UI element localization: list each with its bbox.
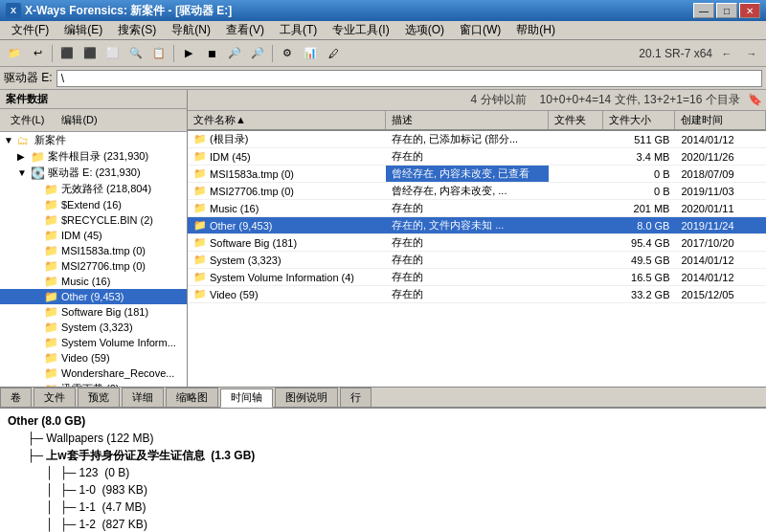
- menu-item-E[interactable]: 编辑(E): [56, 20, 110, 40]
- tree-item-label: Music (16): [61, 276, 110, 287]
- folder-icon: 📁: [44, 351, 59, 365]
- tree-item-label: Wondershare_Recove...: [61, 367, 174, 379]
- file-icon: 📁: [193, 219, 207, 232]
- file-row[interactable]: 📁System Volume Information (4)存在的16.5 GB…: [188, 269, 766, 286]
- tree-item[interactable]: ▶📁案件根目录 (231,930): [0, 148, 187, 165]
- file-cell-attrs: [549, 242, 603, 244]
- tree-expander-icon[interactable]: ▼: [17, 167, 31, 178]
- tree-item[interactable]: 📁System (3,323): [0, 320, 187, 335]
- toolbar-btn-6[interactable]: ▶: [178, 43, 199, 64]
- file-cell-name: 📁System (3,323): [188, 253, 386, 267]
- menu-item-S[interactable]: 搜索(S): [110, 20, 164, 40]
- file-cell-name: 📁Other (9,453): [188, 218, 386, 233]
- toolbar-btn-11[interactable]: 📊: [300, 43, 321, 64]
- toolbar-btn-2[interactable]: ⬛: [79, 43, 101, 64]
- address-input[interactable]: [56, 70, 762, 87]
- toolbar-btn-10[interactable]: ⚙: [277, 43, 298, 64]
- menu-item-H[interactable]: 帮助(H): [508, 20, 563, 40]
- tab-卷[interactable]: 卷: [0, 388, 32, 407]
- close-button[interactable]: ✕: [739, 3, 760, 18]
- menu-item-W[interactable]: 窗口(W): [452, 20, 508, 40]
- file-row[interactable]: 📁MSI27706.tmp (0)曾经存在, 内容未改变, ...0 B2019…: [188, 183, 766, 200]
- file-row[interactable]: 📁MSI1583a.tmp (0)曾经存在, 内容未改变, 已查看0 B2018…: [188, 166, 766, 183]
- menu-bar: 文件(F)编辑(E)搜索(S)导航(N)查看(V)工具(T)专业工具(I)选项(…: [0, 21, 766, 40]
- tree-item[interactable]: ▼🗂新案件: [0, 132, 187, 148]
- tree-item[interactable]: 📁Music (16): [0, 274, 187, 289]
- tree-item[interactable]: 📁Video (59): [0, 350, 187, 366]
- toolbar-btn-9[interactable]: 🔎: [247, 43, 268, 64]
- menu-item-N[interactable]: 导航(N): [164, 20, 218, 40]
- tree-item[interactable]: 📁MSI1583a.tmp (0): [0, 243, 187, 258]
- menu-item-F[interactable]: 文件(F): [4, 20, 56, 40]
- tree-item[interactable]: 📁$Extend (16): [0, 197, 187, 212]
- toolbar-btn-7[interactable]: ⏹: [201, 43, 222, 64]
- file-row[interactable]: 📁Music (16)存在的201 MB2020/01/11: [188, 200, 766, 217]
- col-header-0[interactable]: 文件名称▲: [188, 111, 386, 129]
- toolbar-btn-12[interactable]: 🖊: [323, 43, 344, 64]
- tree-item[interactable]: 📁System Volume Inform...: [0, 335, 187, 350]
- menu-item-T[interactable]: 工具(T): [272, 20, 325, 40]
- file-cell-desc: 存在的: [386, 252, 549, 268]
- preview-line: │ ├─ 1-0 (983 KB): [8, 481, 758, 499]
- file-row[interactable]: 📁Video (59)存在的33.2 GB2015/12/05: [188, 286, 766, 303]
- toolbar-btn-new[interactable]: 📁: [4, 43, 25, 64]
- file-list-body[interactable]: 📁(根目录)存在的, 已添加标记 (部分...511 GB2014/01/12📁…: [188, 131, 766, 387]
- tab-详细[interactable]: 详细: [122, 388, 164, 407]
- file-cell-attrs: [549, 190, 603, 192]
- tree-item-label: $Extend (16): [61, 199, 122, 211]
- toolbar-btn-3[interactable]: ⬜: [102, 43, 124, 64]
- tab-预览[interactable]: 预览: [78, 388, 120, 407]
- file-list-columns: 文件名称▲描述文件夹文件大小创建时间: [188, 111, 766, 131]
- tree-expander-icon[interactable]: ▶: [17, 151, 31, 162]
- toolbar-btn-8[interactable]: 🔎: [224, 43, 245, 64]
- tab-文件[interactable]: 文件: [34, 388, 76, 407]
- file-cell-size: 49.5 GB: [603, 254, 676, 267]
- menu-item-V[interactable]: 查看(V): [218, 20, 272, 40]
- file-row[interactable]: 📁(根目录)存在的, 已添加标记 (部分...511 GB2014/01/12: [188, 131, 766, 148]
- tree-item[interactable]: 📁$RECYCLE.BIN (2): [0, 212, 187, 228]
- preview-line: ├─ Wallpapers (122 MB): [8, 430, 758, 447]
- toolbar-btn-open[interactable]: ↩: [27, 43, 48, 64]
- col-header-4[interactable]: 创建时间: [675, 111, 766, 129]
- col-header-2[interactable]: 文件夹: [549, 111, 603, 129]
- file-row[interactable]: 📁Other (9,453)存在的, 文件内容未知 ...8.0 GB2019/…: [188, 217, 766, 234]
- toolbar-nav-right[interactable]: →: [741, 43, 762, 64]
- toolbar-nav-left[interactable]: ←: [716, 43, 737, 64]
- file-cell-name: 📁Music (16): [188, 201, 386, 215]
- tree-item[interactable]: 📁迅雷下载 (0): [0, 381, 187, 387]
- tab-时间轴[interactable]: 时间轴: [220, 388, 273, 408]
- bookmark-icon[interactable]: 🔖: [748, 93, 762, 106]
- tree-item[interactable]: 📁Other (9,453): [0, 289, 187, 304]
- file-list-counts: 10+0+0+4=14 文件, 13+2+1=16 个目录: [540, 93, 740, 106]
- tree-container[interactable]: ▼🗂新案件▶📁案件根目录 (231,930)▼💽驱动器 E: (231,930)…: [0, 132, 187, 387]
- tab-缩略图[interactable]: 缩略图: [166, 388, 218, 407]
- tree-item-label: 无效路径 (218,804): [61, 182, 151, 196]
- tree-item[interactable]: 📁Software Big (181): [0, 304, 187, 320]
- col-header-3[interactable]: 文件大小: [603, 111, 676, 129]
- preview-line: Other (8.0 GB): [8, 412, 758, 430]
- tree-item[interactable]: ▼💽驱动器 E: (231,930): [0, 165, 187, 181]
- menu-item-O[interactable]: 选项(O): [397, 20, 452, 40]
- panel-toolbar-btn[interactable]: 编辑(D): [55, 111, 103, 129]
- tree-item[interactable]: 📁MSI27706.tmp (0): [0, 258, 187, 274]
- file-icon: 📁: [193, 133, 207, 145]
- tree-item[interactable]: 📁无效路径 (218,804): [0, 181, 187, 197]
- tab-行[interactable]: 行: [340, 388, 372, 407]
- toolbar-btn-5[interactable]: 📋: [148, 43, 169, 64]
- col-header-1[interactable]: 描述: [386, 111, 549, 129]
- panel-toolbar-btn[interactable]: 文件(L): [4, 111, 51, 129]
- toolbar-btn-1[interactable]: ⬛: [56, 43, 78, 64]
- tree-item[interactable]: 📁IDM (45): [0, 228, 187, 243]
- menu-item-I[interactable]: 专业工具(I): [325, 20, 396, 40]
- file-row[interactable]: 📁Software Big (181)存在的95.4 GB2017/10/20: [188, 234, 766, 252]
- tab-图例说明[interactable]: 图例说明: [275, 388, 338, 407]
- toolbar-btn-4[interactable]: 🔍: [125, 43, 146, 64]
- file-cell-desc: 存在的: [386, 200, 549, 216]
- minimize-button[interactable]: —: [693, 3, 714, 18]
- file-row[interactable]: 📁System (3,323)存在的49.5 GB2014/01/12: [188, 252, 766, 269]
- file-row[interactable]: 📁IDM (45)存在的3.4 MB2020/11/26: [188, 148, 766, 166]
- tree-item[interactable]: 📁Wondershare_Recove...: [0, 366, 187, 381]
- maximize-button[interactable]: □: [716, 3, 737, 18]
- tree-expander-icon[interactable]: ▼: [4, 135, 17, 145]
- file-cell-name: 📁IDM (45): [188, 149, 386, 164]
